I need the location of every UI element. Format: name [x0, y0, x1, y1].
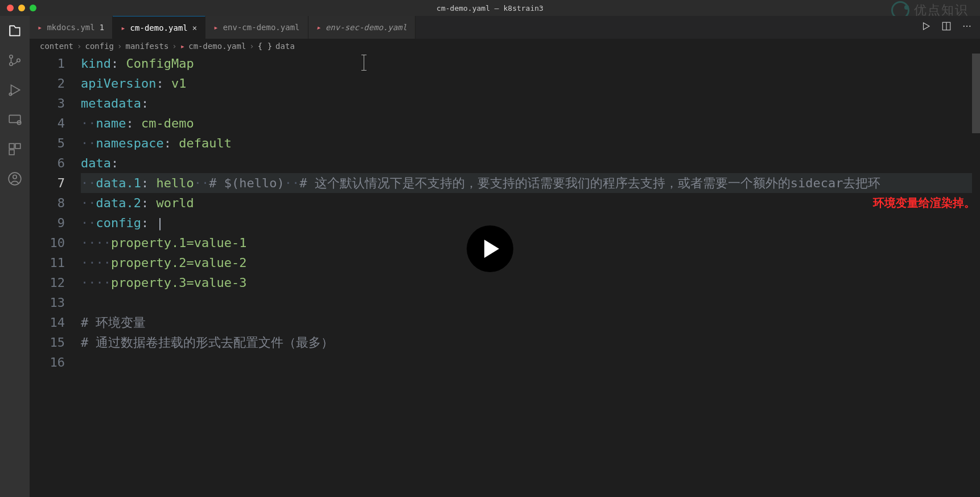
text-cursor [364, 55, 364, 71]
close-window-button[interactable] [7, 5, 14, 11]
svg-rect-8 [9, 150, 14, 155]
breadcrumb-part[interactable]: manifests [125, 42, 168, 51]
activity-bar [0, 16, 30, 497]
code-line[interactable]: # 环境变量 [81, 313, 980, 332]
yaml-file-icon: ▸ [38, 23, 42, 32]
line-number: 4 [30, 113, 65, 133]
code-line-active[interactable]: ··data.1: hello··# $(hello)··# 这个默认情况下是不… [81, 173, 980, 193]
line-number: 13 [30, 293, 65, 313]
code-line[interactable]: ··config: | [81, 213, 980, 233]
code-content[interactable]: kind: ConfigMap apiVersion: v1 metadata:… [81, 54, 980, 497]
code-line[interactable]: data: [81, 153, 980, 173]
explorer-icon[interactable] [7, 23, 23, 39]
more-icon[interactable] [962, 21, 972, 34]
code-line[interactable] [81, 293, 980, 313]
line-number: 14 [30, 313, 65, 332]
svg-point-14 [966, 26, 967, 27]
breadcrumb-file[interactable]: cm-demo.yaml [188, 42, 246, 51]
chevron-right-icon: › [117, 42, 122, 51]
tab-env-cm-demo[interactable]: ▸ env-cm-demo.yaml [205, 16, 308, 39]
split-editor-icon[interactable] [941, 21, 952, 34]
svg-point-13 [963, 26, 965, 27]
svg-point-0 [10, 55, 13, 58]
titlebar: cm-demo.yaml — k8strain3 优点知识 [0, 0, 980, 16]
breadcrumb[interactable]: content › config › manifests › ▸ cm-demo… [30, 39, 980, 54]
svg-rect-7 [15, 143, 20, 149]
yaml-file-icon: ▸ [213, 23, 218, 32]
line-number: 15 [30, 332, 65, 352]
minimap-thumb[interactable] [972, 54, 980, 133]
breadcrumb-part[interactable]: content [40, 42, 73, 51]
yaml-file-icon: ▸ [121, 23, 125, 32]
tab-label: env-sec-demo.yaml [326, 23, 407, 32]
svg-point-10 [13, 175, 17, 179]
code-line[interactable]: kind: ConfigMap [81, 54, 980, 73]
svg-rect-6 [9, 143, 14, 149]
annotation-red: 环境变量给渲染掉。 [873, 193, 975, 213]
svg-point-15 [969, 26, 970, 27]
chevron-right-icon: › [77, 42, 81, 51]
code-line[interactable]: # 通过数据卷挂载的形式去配置文件（最多） [81, 332, 980, 352]
code-line[interactable]: apiVersion: v1 [81, 73, 980, 93]
line-number: 12 [30, 273, 65, 293]
window-title: cm-demo.yaml — k8strain3 [437, 4, 543, 13]
close-icon[interactable]: × [192, 23, 197, 32]
line-number: 6 [30, 153, 65, 173]
run-icon[interactable] [921, 21, 931, 34]
code-line[interactable]: ··namespace: default [81, 133, 980, 153]
yaml-file-icon: ▸ [180, 42, 185, 51]
brace-icon: { } [258, 42, 272, 51]
chevron-right-icon: › [172, 42, 176, 51]
line-number: 11 [30, 253, 65, 273]
code-line[interactable] [81, 352, 980, 372]
line-number: 5 [30, 133, 65, 153]
code-line[interactable]: ····property.2=value-2 [81, 253, 980, 273]
code-line[interactable]: ··name: cm-demo [81, 113, 980, 133]
code-line[interactable]: ····property.3=value-3 [81, 273, 980, 293]
tab-bar: ▸ mkdocs.yml 1 ▸ cm-demo.yaml × ▸ env-cm… [30, 16, 980, 39]
tab-cm-demo[interactable]: ▸ cm-demo.yaml × [113, 16, 205, 39]
window-controls [0, 5, 36, 11]
svg-point-3 [9, 93, 11, 95]
tab-label: cm-demo.yaml [130, 23, 188, 32]
line-gutter: 1 2 3 4 5 6 7 8 9 10 11 12 13 14 15 16 [30, 54, 81, 497]
code-line[interactable]: metadata: [81, 93, 980, 113]
maximize-window-button[interactable] [30, 5, 36, 11]
line-number: 9 [30, 213, 65, 233]
line-number: 8 [30, 193, 65, 213]
svg-rect-4 [9, 115, 20, 122]
code-line[interactable]: ····property.1=value-1 [81, 233, 980, 253]
breadcrumb-part[interactable]: config [85, 42, 114, 51]
code-line[interactable]: ··data.2: world环境变量给渲染掉。 [81, 193, 980, 213]
line-number: 1 [30, 54, 65, 73]
source-control-icon[interactable] [7, 52, 23, 68]
line-number: 2 [30, 73, 65, 93]
tab-badge: 1 [100, 23, 104, 32]
line-number: 16 [30, 352, 65, 372]
minimap[interactable] [972, 54, 980, 441]
run-debug-icon[interactable] [7, 82, 23, 98]
breadcrumb-symbol[interactable]: data [275, 42, 295, 51]
tab-env-sec-demo[interactable]: ▸ env-sec-demo.yaml [308, 16, 416, 39]
editor-actions [921, 16, 980, 39]
chevron-right-icon: › [249, 42, 254, 51]
tab-label: mkdocs.yml [47, 23, 94, 32]
svg-point-1 [10, 63, 13, 65]
tab-mkdocs[interactable]: ▸ mkdocs.yml 1 [30, 16, 113, 39]
video-play-button[interactable] [467, 225, 513, 272]
code-editor[interactable]: 1 2 3 4 5 6 7 8 9 10 11 12 13 14 15 16 k… [30, 54, 980, 497]
tab-label: env-cm-demo.yaml [223, 23, 300, 32]
yaml-file-icon: ▸ [316, 23, 321, 32]
extensions-icon[interactable] [7, 141, 23, 157]
line-number: 3 [30, 93, 65, 113]
remote-icon[interactable] [7, 112, 23, 128]
line-number: 10 [30, 233, 65, 253]
minimize-window-button[interactable] [18, 5, 25, 11]
account-icon[interactable] [7, 171, 23, 187]
